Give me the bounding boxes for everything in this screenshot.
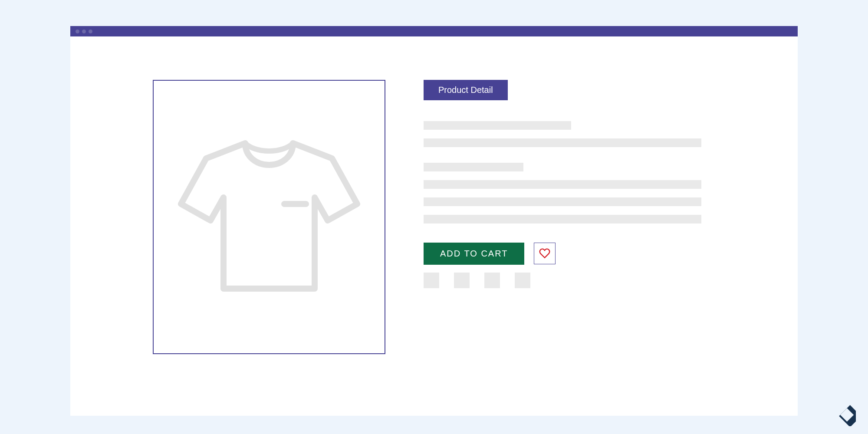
thumbnail[interactable] — [484, 273, 500, 288]
placeholder-line — [424, 163, 523, 171]
add-to-cart-button[interactable]: ADD TO CART — [424, 243, 524, 265]
product-content: Product Detail ADD TO CART — [70, 36, 798, 354]
thumbnail[interactable] — [515, 273, 530, 288]
product-info-panel: Product Detail ADD TO CART — [424, 80, 701, 354]
window-control-dot[interactable] — [89, 30, 92, 33]
product-image-frame — [153, 80, 385, 354]
placeholder-line — [424, 121, 571, 130]
window-control-dot[interactable] — [82, 30, 86, 33]
product-detail-badge: Product Detail — [424, 80, 508, 100]
wishlist-button[interactable] — [534, 243, 556, 264]
heart-icon — [539, 248, 550, 259]
action-row: ADD TO CART — [424, 243, 701, 265]
placeholder-line — [424, 180, 701, 189]
window-titlebar — [70, 26, 798, 36]
brand-logo-icon — [829, 399, 856, 426]
browser-window: Product Detail ADD TO CART — [70, 26, 798, 416]
window-control-dot[interactable] — [76, 30, 79, 33]
thumbnail[interactable] — [424, 273, 439, 288]
description-placeholder-block — [424, 121, 701, 224]
placeholder-line — [424, 138, 701, 147]
thumbnail[interactable] — [454, 273, 470, 288]
tshirt-icon — [176, 135, 362, 299]
placeholder-line — [424, 215, 701, 224]
placeholder-line — [424, 197, 701, 206]
thumbnail-row — [424, 273, 701, 288]
